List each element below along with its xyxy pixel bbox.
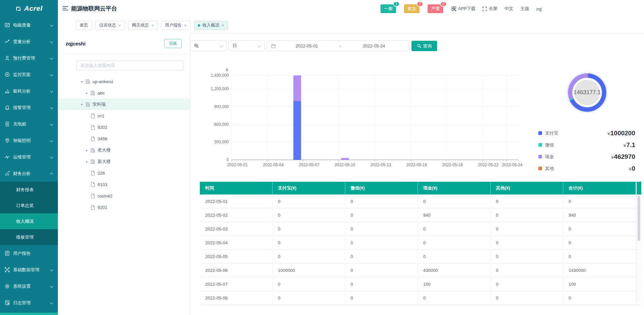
table-row[interactable]: 2022-05-07001000100 — [200, 277, 641, 291]
tab-close-icon[interactable]: × — [222, 23, 224, 28]
building-icon — [90, 147, 96, 153]
tree-collapse-icon[interactable]: ▸ — [84, 160, 89, 164]
tree-node-abc[interactable]: ▸abc — [58, 87, 190, 99]
tree-collapse-icon[interactable]: ▸ — [84, 148, 89, 152]
language-switch[interactable]: 中文 — [504, 6, 513, 12]
tab-首页[interactable]: 首页 — [76, 21, 92, 30]
table-row[interactable]: 2022-05-061000000043000001430000 — [200, 264, 641, 277]
sidebar-subitem-模板管理[interactable]: 模板管理 — [0, 229, 58, 245]
tree-node-9103[interactable]: 9103 — [58, 179, 190, 190]
legend-item-微信[interactable]: 微信¥7.1 — [538, 139, 635, 151]
alarm-badge-一般[interactable]: 一般1 — [381, 4, 396, 13]
alarm-badge-严重[interactable]: 严重0 — [428, 4, 443, 13]
scrollbar-thumb[interactable] — [638, 196, 640, 241]
cell-date: 2022-05-06 — [200, 264, 273, 277]
table-row[interactable]: 2022-05-0100000 — [200, 195, 641, 208]
date-range-picker[interactable]: 2022-05-01 ~ 2022-05-24 — [266, 40, 409, 51]
tree-search-input[interactable] — [76, 61, 183, 70]
switch-button[interactable]: 切换 — [164, 39, 182, 48]
sidebar-item-label: 基础数据管理 — [13, 267, 39, 273]
tree-node-安科瑞[interactable]: ▾安科瑞 — [58, 99, 190, 110]
sidebar-item-基础数据管理[interactable]: 基础数据管理 — [0, 261, 58, 278]
tree-node-label: 9103 — [98, 182, 107, 187]
sidebar-item-日志管理[interactable]: 日志管理 — [0, 294, 58, 311]
sidebar-item-用户报告[interactable]: 用户报告 — [0, 245, 58, 261]
svg-text:1,200,000: 1,200,000 — [211, 86, 229, 91]
query-button[interactable]: 查询 — [412, 41, 437, 51]
sidebar-subitem-财务报表[interactable]: 财务报表 — [0, 182, 58, 198]
sidebar-item-需量分析[interactable]: 需量分析 — [0, 33, 58, 50]
device-icon — [90, 193, 96, 199]
tab-close-icon[interactable]: × — [184, 23, 187, 28]
column-header-微信(¥): 微信(¥) — [345, 182, 418, 195]
tree-node-新大楼[interactable]: ▸新大楼 — [58, 156, 190, 167]
granularity-select[interactable]: 日 — [228, 40, 265, 51]
sidebar-item-预付费管理[interactable]: 预付费管理 — [0, 50, 58, 66]
tab-收入概况[interactable]: 收入概况× — [194, 21, 228, 30]
bar-segment-现金[interactable] — [341, 158, 349, 160]
tree-node-room42[interactable]: room42 — [58, 190, 190, 202]
legend-item-其他[interactable]: 其他¥0 — [538, 163, 635, 174]
table-row[interactable]: 2022-05-0400000 — [200, 236, 641, 250]
building-icon — [85, 102, 91, 107]
user-icon — [4, 55, 10, 61]
svg-text:2022-05-01: 2022-05-01 — [227, 163, 248, 167]
bar-segment-现金[interactable] — [293, 75, 301, 101]
tab-用户报告[interactable]: 用户报告× — [161, 21, 191, 30]
tab-仪表状态[interactable]: 仪表状态× — [95, 21, 125, 30]
svg-text:¥: ¥ — [225, 68, 228, 72]
energy-type-select[interactable]: 电 — [190, 40, 226, 51]
tree-expand-icon[interactable]: ▾ — [79, 103, 84, 106]
payment-donut-chart: 1463177.1 — [568, 73, 606, 112]
theme-switch[interactable]: 主题 — [520, 6, 529, 12]
sidebar-item-报警管理[interactable]: 报警管理 — [0, 99, 58, 116]
sidebar-item-能耗分析[interactable]: 能耗分析 — [0, 83, 58, 99]
tree-node-9202[interactable]: 9202 — [58, 121, 190, 133]
table-row[interactable]: 2022-05-0800000 — [200, 291, 641, 305]
tree-expand-icon[interactable]: ▾ — [79, 80, 84, 83]
user-menu[interactable]: zqj — [536, 6, 542, 11]
tree-node-3456[interactable]: 3456 — [58, 133, 190, 144]
sidebar-item-充电桩[interactable]: 充电桩 — [0, 116, 58, 132]
tree-collapse-icon[interactable]: ▸ — [84, 91, 89, 95]
bar-segment-支付宝[interactable] — [293, 101, 301, 160]
app-download-link[interactable]: APP下载 — [452, 6, 475, 12]
cell-amount: 0 — [491, 208, 563, 222]
legend-item-现金[interactable]: 现金¥462970 — [538, 151, 635, 163]
date-start[interactable]: 2022-05-01 — [276, 43, 338, 48]
sidebar-subitem-收入概况[interactable]: 收入概况 — [0, 213, 58, 229]
table-scrollbar[interactable] — [636, 195, 641, 303]
tab-close-icon[interactable]: × — [151, 23, 154, 28]
tree-node-9201[interactable]: 9201 — [58, 202, 190, 213]
legend-amount: 0 — [632, 165, 635, 172]
tree-node-326[interactable]: 326 — [58, 167, 190, 179]
sidebar-item-财务分析[interactable]: 财务分析 — [0, 165, 58, 182]
badge-count: 1 — [393, 1, 400, 7]
legend-item-支付宝[interactable]: 支付宝¥1000200 — [538, 127, 635, 139]
alarm-badge-紧急[interactable]: 紧急0 — [404, 4, 420, 13]
tree-node-rrr1[interactable]: rrr1 — [58, 110, 190, 121]
fullscreen-link[interactable]: 全屏 — [482, 6, 497, 12]
device-icon — [90, 182, 96, 187]
sidebar-item-系统设置[interactable]: 系统设置 — [0, 278, 58, 294]
energy-type-value: 电 — [194, 43, 199, 49]
sidebar-toggle-icon[interactable] — [63, 6, 68, 12]
sidebar-item-运维管理[interactable]: 运维管理 — [0, 149, 58, 165]
tree-node-up-ankerui[interactable]: ▾up-ankerui — [58, 76, 190, 87]
sidebar-bottom-strip — [0, 313, 58, 315]
tab-网关状态[interactable]: 网关状态× — [128, 21, 158, 30]
table-row[interactable]: 2022-05-02009400940 — [200, 208, 641, 222]
table-row[interactable]: 2022-05-0300000 — [200, 222, 641, 236]
sidebar-item-智能照明[interactable]: 智能照明 — [0, 132, 58, 149]
cell-amount: 0 — [273, 277, 345, 291]
date-end[interactable]: 2022-05-24 — [343, 43, 405, 48]
tree-node-老大楼[interactable]: ▸老大楼 — [58, 144, 190, 156]
sidebar-subitem-订单总览[interactable]: 订单总览 — [0, 198, 58, 213]
badge-label: 严重 — [431, 6, 440, 11]
sidebar-item-监控页面[interactable]: 监控页面 — [0, 66, 58, 83]
table-row[interactable]: 2022-05-0500000 — [200, 250, 641, 264]
sidebar-item-电能质量[interactable]: 电能质量 — [0, 17, 58, 33]
tab-close-icon[interactable]: × — [118, 23, 121, 28]
cell-date: 2022-05-02 — [200, 208, 273, 222]
open-tabs: 首页仪表状态×网关状态×用户报告×收入概况× — [76, 21, 228, 30]
